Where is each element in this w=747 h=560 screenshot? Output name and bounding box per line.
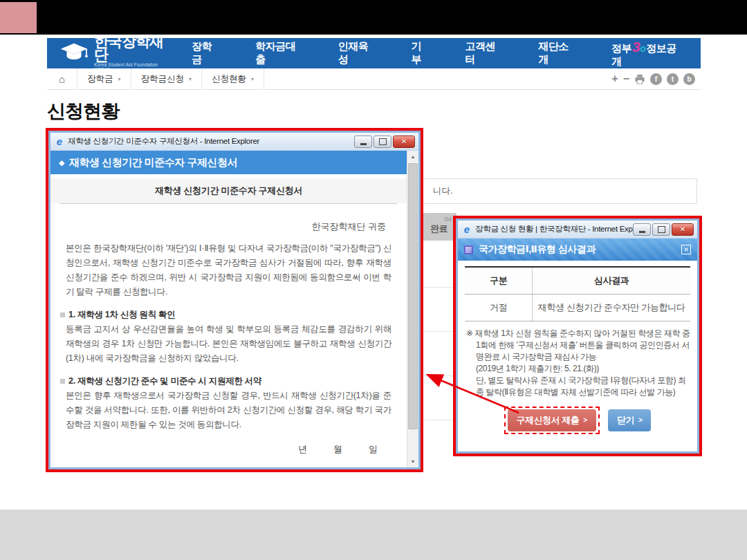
close-button[interactable]: ✕ xyxy=(672,223,694,236)
breadcrumb-item-scholarship[interactable]: 장학금▾ xyxy=(77,68,131,89)
chevron-down-icon: ▾ xyxy=(189,76,192,82)
window-titlebar[interactable]: e 장학금 신청 현황 | 한국장학재단 - Internet Explorer… xyxy=(458,221,697,239)
main-nav: 장학금 학자금대출 인재육성 기부 고객센터 재단소개 정부3o정보공개 xyxy=(174,38,701,68)
window-title: 재학생 신청기간 미준수자 구제신청서 - Internet Explorer xyxy=(68,136,354,147)
twitter-icon[interactable]: t xyxy=(667,73,679,85)
diamond-icon: ◆ xyxy=(59,158,64,167)
column-header-result: 심사결과 xyxy=(533,267,690,294)
highlight-dashed-box: 구제신청서 제출> xyxy=(504,407,600,434)
logo[interactable]: 한국장학재단 Korea Student Aid Foundation KOSA… xyxy=(59,35,174,72)
maximize-button[interactable] xyxy=(374,136,391,148)
site-header: 한국장학재단 Korea Student Aid Foundation KOSA… xyxy=(47,38,701,68)
table-row: 거절 재학생 신청기간 준수자만 가능합니다 xyxy=(465,294,690,321)
background-text-fragment: 니다. xyxy=(433,186,452,196)
cell-category: 거절 xyxy=(465,294,533,321)
vertical-scrollbar[interactable]: ▲ ▼ xyxy=(407,151,418,467)
relief-application-popup: e 재학생 신청기간 미준수자 구제신청서 - Internet Explore… xyxy=(46,128,423,472)
section1-body: 등록금 고지서 상 우선감면율을 높여 학생 및 학부모의 등록금 체감도를 경… xyxy=(66,322,391,366)
submit-relief-application-button[interactable]: 구제신청서 제출> xyxy=(508,409,596,431)
popup-scroll-area: ◆재학생 신청기간 미준수자 구제신청서 재학생 신청기간 미준수자 구제신청서… xyxy=(50,151,418,467)
notice-line: (2019년 1학기 제출기한: 5. 21.(화)) xyxy=(476,363,690,375)
ie-window: e 장학금 신청 현황 | 한국장학재단 - Internet Explorer… xyxy=(456,218,699,454)
nav-item-gov30-disclosure[interactable]: 정부3o정보공개 xyxy=(594,39,701,68)
nav-item-customer-center[interactable]: 고객센터 xyxy=(448,40,521,66)
breadcrumb-label: 장학금 xyxy=(87,73,113,85)
facebook-icon[interactable]: f xyxy=(650,73,662,85)
section2-title-text: 2. 재학생 신청기간 준수 및 미준수 시 지원제한 서약 xyxy=(68,375,261,387)
close-icon: ✕ xyxy=(680,225,685,233)
gov30-oh: o xyxy=(640,43,645,54)
gov30-prefix: 정부 xyxy=(611,42,631,54)
font-larger-button[interactable]: + xyxy=(611,73,618,84)
date-month-label: 월 xyxy=(333,444,342,454)
chevron-right-icon: > xyxy=(638,416,642,424)
breadcrumb-item-apply[interactable]: 장학금신청▾ xyxy=(131,68,203,89)
section2-title: 2. 재학생 신청기간 준수 및 미준수 시 지원제한 서약 xyxy=(60,375,397,387)
date-year-label: 년 xyxy=(298,444,307,454)
notice-line: ※ 재학생 1차 신청 원칙을 준수하지 않아 거절된 학생은 재학 중 1회에… xyxy=(476,328,690,363)
section1-title: 1. 재학생 1차 신청 원칙 확인 xyxy=(60,309,397,321)
close-button[interactable]: ✕ xyxy=(393,136,415,148)
breadcrumb: ⌂ 장학금▾ 장학금신청▾ 신청현황▾ + − f t b xyxy=(47,68,701,90)
screenshot-canvas: 한국장학재단 Korea Student Aid Foundation KOSA… xyxy=(0,0,747,560)
minimize-button[interactable] xyxy=(354,136,372,148)
close-dialog-button[interactable]: 닫기> xyxy=(608,409,651,431)
page-tools: + − f t b xyxy=(611,68,701,89)
ie-icon: e xyxy=(461,223,472,235)
dialog-close-icon[interactable]: ✕ xyxy=(681,245,691,254)
maximize-button[interactable] xyxy=(652,223,670,236)
document-recipient: 한국장학재단 귀중 xyxy=(50,204,407,233)
nav-item-donation[interactable]: 기부 xyxy=(394,40,448,66)
section2-body: 본인은 향후 재학생으로서 국가장학금 신청할 경우, 반드시 재학생 신청기간… xyxy=(66,389,391,432)
window-titlebar[interactable]: e 재학생 신청기간 미준수자 구제신청서 - Internet Explore… xyxy=(50,133,418,151)
cell-result: 재학생 신청기간 준수자만 가능합니다 xyxy=(533,294,690,321)
document-title: 재학생 신청기간 미준수자 구제신청서 xyxy=(50,178,407,203)
nav-item-student-loan[interactable]: 학자금대출 xyxy=(238,40,321,66)
close-icon: ✕ xyxy=(401,138,407,145)
graduation-cap-icon xyxy=(59,41,89,65)
window-controls: ✕ xyxy=(633,223,694,236)
window-title: 장학금 신청 현황 | 한국장학재단 - Internet Explorer xyxy=(475,224,633,234)
printer-icon[interactable] xyxy=(634,74,645,84)
breadcrumb-label: 신청현황 xyxy=(212,73,246,85)
chevron-down-icon: ▾ xyxy=(251,76,254,82)
popup-header-title: 국가장학금Ⅰ,Ⅱ유형 심사결과 xyxy=(479,243,596,256)
footer xyxy=(0,510,747,560)
section1-title-text: 1. 재학생 1차 신청 원칙 확인 xyxy=(68,309,175,321)
nav-item-talent[interactable]: 인재육성 xyxy=(321,40,394,66)
top-black-bar xyxy=(0,0,747,35)
table-header-row: 구분 심사결과 xyxy=(465,267,690,294)
minimize-button[interactable] xyxy=(633,223,651,236)
logo-title: 한국장학재단 xyxy=(94,35,174,62)
nav-item-foundation[interactable]: 재단소개 xyxy=(521,40,594,66)
font-smaller-button[interactable]: − xyxy=(623,73,629,84)
popup-body: 구분 심사결과 거절 재학생 신청기간 준수자만 가능합니다 ※ 재학생 1차 … xyxy=(458,261,697,451)
breadcrumb-item-status[interactable]: 신청현황▾ xyxy=(202,68,264,89)
review-result-popup: e 장학금 신청 현황 | 한국장학재단 - Internet Explorer… xyxy=(453,216,702,456)
breadcrumb-label: 장학금신청 xyxy=(141,73,185,85)
popup-header: ◆재학생 신청기간 미준수자 구제신청서 xyxy=(50,151,407,174)
nav-item-scholarship[interactable]: 장학금 xyxy=(174,40,238,66)
scroll-down-button[interactable]: ▼ xyxy=(407,456,418,467)
document-date-line: 년월일 xyxy=(50,443,378,456)
gov30-three: 3 xyxy=(632,39,640,55)
submit-button-label: 구제신청서 제출 xyxy=(517,414,580,427)
window-controls: ✕ xyxy=(354,136,415,148)
page-title: 신청현황 xyxy=(47,99,119,124)
popup-header-title: 재학생 신청기간 미준수자 구제신청서 xyxy=(69,156,237,169)
pink-swatch xyxy=(0,2,37,33)
blog-icon[interactable]: b xyxy=(683,73,695,85)
chevron-right-icon: > xyxy=(583,416,587,424)
popup-header: 국가장학금Ⅰ,Ⅱ유형 심사결과 ✕ xyxy=(458,239,697,261)
home-icon[interactable]: ⌂ xyxy=(47,68,77,89)
review-result-table: 구분 심사결과 거절 재학생 신청기간 준수자만 가능합니다 xyxy=(465,266,690,321)
dialog-icon xyxy=(464,245,473,254)
chevron-down-icon: ▾ xyxy=(118,76,121,82)
ie-icon: e xyxy=(54,136,65,147)
popup-content: ◆재학생 신청기간 미준수자 구제신청서 재학생 신청기간 미준수자 구제신청서… xyxy=(50,151,407,467)
scroll-up-button[interactable]: ▲ xyxy=(407,151,418,162)
notice-line: 단, 별도 탈락사유 존재 시 국가장학금 Ⅰ유형(다자녀 포함) 최종 탈락(… xyxy=(476,375,690,398)
ie-window: e 재학생 신청기간 미준수자 구제신청서 - Internet Explore… xyxy=(48,131,421,469)
scrollbar-thumb[interactable] xyxy=(408,163,418,429)
square-bullet-icon xyxy=(60,312,65,317)
